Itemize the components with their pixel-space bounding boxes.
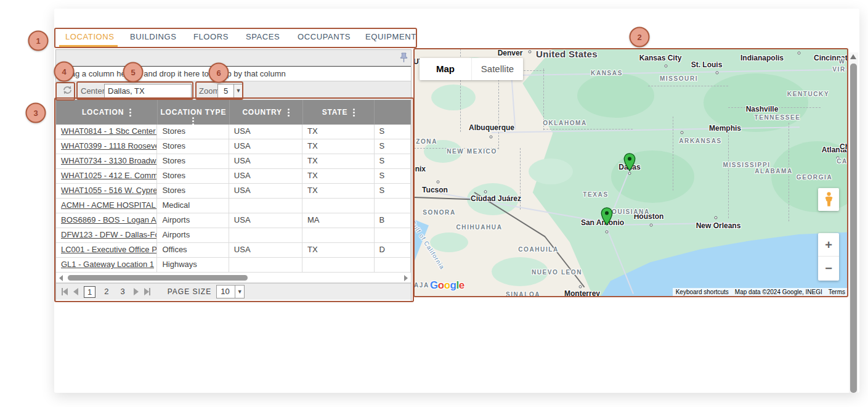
zoom-in-button[interactable]: + [818,233,839,257]
table-cell: MA [302,213,374,228]
page-numbers: 123 [78,286,128,298]
location-link[interactable]: WHAT0734 - 3130 Broadway S [56,154,157,169]
pegman-icon [824,192,834,207]
map-marker-san-antonio[interactable] [601,207,613,228]
center-input[interactable] [104,84,192,98]
horizontal-scroll-thumb[interactable] [68,275,248,281]
first-page-button[interactable] [62,288,68,295]
page-number-3[interactable]: 3 [117,286,128,298]
location-link[interactable]: ACMH - ACME HOSPITAL CAM [56,199,157,213]
tab-occupants[interactable]: OCCUPANTS [298,32,351,41]
city-dot-icon [579,286,582,289]
scroll-up-icon[interactable] [850,54,856,59]
location-link[interactable]: WHAT0399 - 1118 Roosevelt A [56,139,157,154]
zoom-out-button[interactable]: − [818,257,839,280]
grid-header-strip [56,50,411,66]
column-header-location-type[interactable]: LOCATION TYPE [158,100,229,125]
page-number-1[interactable]: 1 [84,286,95,298]
table-cell: S [375,139,412,154]
vertical-scrollbar[interactable] [849,52,858,393]
google-logo[interactable]: Google [430,279,464,292]
city-dot-icon [715,216,718,220]
table-cell [375,199,412,213]
table-cell: Airports [157,213,229,228]
map-state-label: OKLAHOMA [543,120,587,126]
tab-equipment[interactable]: EQUIPMENT [365,32,416,41]
page-size-label: PAGE SIZE [168,287,211,296]
column-menu-icon[interactable] [129,109,131,110]
column-header-country[interactable]: COUNTRY [230,100,303,125]
pin-icon[interactable] [400,52,408,65]
table-cell: TX [302,184,374,199]
table-cell: USA [229,169,302,184]
map-city-label: St. Louis [691,60,723,69]
chevron-down-icon[interactable]: ▼ [233,84,243,97]
next-page-button[interactable] [134,288,139,295]
column-header-extra[interactable] [375,100,411,125]
vertical-scroll-thumb[interactable] [850,64,857,393]
location-link[interactable]: LC001 - Executive Office Park [56,243,157,258]
scroll-left-icon[interactable] [59,275,63,281]
city-dot-icon [798,52,801,55]
refresh-button[interactable] [60,84,75,97]
table-cell: Offices [157,243,229,258]
page-size-select[interactable]: 10 ▼ [216,285,245,298]
google-map[interactable]: United StatesDenverKansas CitySt. LouisI… [414,49,848,297]
scroll-right-icon[interactable] [404,275,408,281]
annotation-badge-3: 3 [26,103,46,123]
map-city-label: New Orleans [696,221,741,230]
table-cell: Stores [157,154,229,169]
map-city-label: Monterrey [564,289,600,297]
terms-link[interactable]: Terms [825,288,848,297]
table-row: ACMH - ACME HOSPITAL CAMMedical [56,199,411,213]
table-cell: TX [302,125,374,139]
last-page-button[interactable] [144,288,150,295]
map-type-satellite-button[interactable]: Satellite [471,58,523,80]
active-tab-underline [59,45,118,47]
location-link[interactable]: DFW123 - DFW - Dallas-Fort [56,228,157,243]
city-dot-icon [437,181,440,184]
column-menu-icon[interactable] [192,117,194,119]
tab-floors[interactable]: FLOORS [193,32,229,41]
horizontal-scrollbar[interactable] [56,273,411,283]
keyboard-shortcuts-link[interactable]: Keyboard shortcuts [673,288,732,297]
table-cell: USA [229,125,302,139]
column-menu-icon[interactable] [353,109,355,110]
location-link[interactable]: WHAT0814 - 1 Sbc Center Pkw [56,125,157,139]
location-link[interactable]: WHAT1055 - 516 W. Cypress [56,184,157,199]
column-menu-icon[interactable] [288,109,290,110]
previous-page-button[interactable] [73,288,78,295]
map-city-label: Memphis [709,124,741,133]
location-link[interactable]: GL1 - Gateway Location 1 [56,258,157,273]
page-number-2[interactable]: 2 [101,286,112,298]
table-cell: Stores [157,139,229,154]
table-cell: TX [302,139,374,154]
table-cell: Highways [157,258,229,273]
tab-locations[interactable]: LOCATIONS [65,32,115,41]
annotation-badge-1: 1 [28,31,49,51]
group-drop-zone[interactable]: Drag a column header and drop it here to… [56,66,411,81]
map-city-label: Denver [498,49,523,57]
map-marker-dallas[interactable] [623,153,636,174]
table-cell: S [375,184,412,199]
map-state-label: SINALOA [506,291,540,297]
table-cell: USA [229,154,302,169]
column-header-location[interactable]: LOCATION [56,100,158,125]
table-cell: Stores [157,125,229,139]
map-state-label: ALABAMA [755,168,793,175]
table-cell: S [375,154,412,169]
location-link[interactable]: BOS6869 - BOS - Logan Airpo [56,213,157,228]
table-row: BOS6869 - BOS - Logan AirpoAirportsUSAMA… [56,213,411,228]
chevron-down-icon[interactable]: ▼ [235,286,244,298]
tab-spaces[interactable]: SPACES [246,32,280,41]
pegman-control[interactable] [818,188,839,211]
zoom-select[interactable]: 5 ▼ [217,84,243,98]
table-cell: TX [302,154,374,169]
tab-buildings[interactable]: BUILDINGS [130,32,176,41]
location-link[interactable]: WHAT1025 - 412 E. Commerc [56,169,157,184]
annotation-badge-2: 2 [630,27,650,47]
map-type-map-button[interactable]: Map [420,58,471,80]
column-header-state[interactable]: STATE [303,100,375,125]
map-state-label: SONORA [423,209,456,216]
table-cell [302,199,374,213]
